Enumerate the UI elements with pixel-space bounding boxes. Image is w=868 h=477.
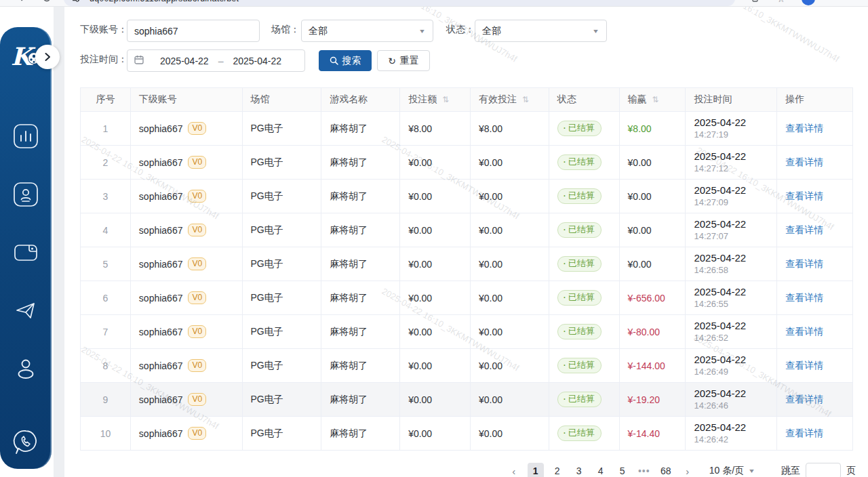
page-size-select[interactable]: 10 条/页 ▼	[709, 465, 755, 477]
cell-bet-amount: ¥0.00	[400, 213, 471, 247]
header-game: 游戏名称	[321, 88, 400, 111]
cell-status: ·已结算	[549, 281, 620, 314]
cell-account: sophia667 V0	[131, 146, 243, 179]
cell-bet-time: 2025-04-2214:26:52	[686, 315, 777, 348]
account-input[interactable]: sophia667	[127, 20, 260, 42]
status-badge: ·已结算	[557, 324, 601, 339]
status-dot-icon: ·	[563, 226, 566, 233]
view-details-link[interactable]: 查看详情	[785, 123, 823, 135]
view-details-link[interactable]: 查看详情	[785, 190, 823, 203]
cell-account: sophia667 V0	[131, 112, 243, 145]
jump-page-input[interactable]	[806, 463, 841, 477]
cell-bet-time: 2025-04-2214:26:58	[686, 247, 777, 281]
cell-actions: 查看详情	[777, 349, 852, 382]
venue-label: 场馆：	[271, 24, 300, 36]
id-card-icon	[13, 182, 39, 207]
cell-actions: 查看详情	[777, 213, 852, 247]
reset-button[interactable]: ↻ 重置	[377, 50, 430, 71]
status-label: 状态：	[446, 24, 475, 36]
sidebar-item-wallet[interactable]	[0, 224, 52, 282]
sidebar-item-reports[interactable]	[0, 107, 52, 165]
cell-actions: 查看详情	[777, 383, 852, 416]
url-text: dq002p.com:5115/app/subordinate/bet	[90, 0, 239, 3]
cell-valid-bet: ¥0.00	[471, 417, 549, 450]
sidebar-collapse-button[interactable]	[35, 45, 60, 69]
cell-game: 麻将胡了	[321, 146, 400, 179]
profile-avatar[interactable]	[802, 0, 815, 5]
sidebar-item-messages[interactable]	[0, 282, 52, 340]
cell-bet-amount: ¥0.00	[400, 281, 471, 314]
vip-level-badge: V0	[188, 427, 206, 440]
status-badge: ·已结算	[557, 121, 601, 136]
page-button-4[interactable]: 4	[593, 463, 609, 477]
sidebar-nav: K	[0, 27, 52, 469]
forward-arrow-icon[interactable]	[16, 0, 26, 5]
cell-bet-amount: ¥0.00	[400, 417, 471, 450]
page-button-5[interactable]: 5	[614, 463, 631, 477]
browser-toolbar: dq002p.com:5115/app/subordinate/bet ☆	[0, 0, 868, 7]
search-button[interactable]: 搜索	[319, 50, 372, 71]
vip-level-badge: V0	[188, 291, 206, 304]
cell-game: 麻将胡了	[321, 315, 400, 348]
sort-icon[interactable]: ⇅	[442, 95, 449, 104]
site-settings-icon[interactable]	[72, 0, 80, 3]
cell-venue: PG电子	[243, 180, 322, 213]
vip-level-badge: V0	[188, 224, 206, 236]
cell-game: 麻将胡了	[321, 112, 400, 145]
table-header-row: 序号 下级账号 场馆 游戏名称 投注额⇅ 有效投注⇅ 状态 输赢⇅ 投注时间 操…	[81, 88, 852, 112]
status-badge: ·已结算	[557, 188, 601, 204]
page-button-last[interactable]: 68	[658, 463, 674, 477]
header-valid-bet[interactable]: 有效投注⇅	[471, 88, 549, 111]
cell-venue: PG电子	[243, 417, 322, 450]
cell-valid-bet: ¥0.00	[471, 349, 549, 382]
date-range-picker[interactable]: 2025-04-22 – 2025-04-22	[127, 49, 305, 72]
send-plane-icon	[13, 298, 39, 324]
vip-level-badge: V0	[188, 359, 206, 372]
status-badge: ·已结算	[557, 426, 601, 441]
prev-page-button[interactable]: ‹	[506, 463, 522, 477]
sidebar-item-support[interactable]	[0, 413, 52, 472]
bookmark-star-icon[interactable]: ☆	[777, 0, 785, 4]
view-details-link[interactable]: 查看详情	[785, 258, 823, 270]
header-account: 下级账号	[131, 88, 243, 111]
share-icon[interactable]	[751, 0, 761, 5]
cell-winloss: ¥-656.00	[620, 281, 686, 314]
venue-select[interactable]: 全部 ▼	[301, 20, 433, 42]
page-button-3[interactable]: 3	[571, 463, 587, 477]
sort-icon[interactable]: ⇅	[652, 95, 659, 104]
url-bar[interactable]: dq002p.com:5115/app/subordinate/bet	[64, 0, 735, 6]
view-details-link[interactable]: 查看详情	[785, 394, 823, 406]
pages-ellipsis[interactable]: •••	[636, 463, 652, 477]
status-dot-icon: ·	[563, 125, 566, 131]
sidebar-item-profile[interactable]	[0, 340, 52, 398]
status-badge: ·已结算	[557, 392, 601, 407]
view-details-link[interactable]: 查看详情	[785, 360, 823, 372]
cell-seq: 3	[81, 180, 131, 213]
cell-valid-bet: ¥0.00	[471, 213, 549, 247]
table-row: 3 sophia667 V0 PG电子 麻将胡了 ¥0.00 ¥0.00 ·已结…	[81, 180, 852, 213]
view-details-link[interactable]: 查看详情	[785, 428, 823, 440]
status-dot-icon: ·	[563, 396, 566, 402]
sort-icon[interactable]: ⇅	[522, 95, 529, 104]
cell-account: sophia667 V0	[131, 247, 243, 281]
cell-winloss: ¥8.00	[620, 112, 686, 145]
page-button-2[interactable]: 2	[549, 463, 566, 477]
search-icon	[330, 56, 338, 65]
cell-bet-time: 2025-04-2214:26:49	[686, 349, 777, 382]
view-details-link[interactable]: 查看详情	[785, 292, 823, 304]
cell-status: ·已结算	[549, 247, 620, 281]
table-row: 7 sophia667 V0 PG电子 麻将胡了 ¥0.00 ¥0.00 ·已结…	[81, 315, 852, 349]
view-details-link[interactable]: 查看详情	[785, 224, 823, 236]
status-select[interactable]: 全部 ▼	[475, 20, 607, 42]
table-row: 2 sophia667 V0 PG电子 麻将胡了 ¥0.00 ¥0.00 ·已结…	[81, 146, 852, 180]
cell-actions: 查看详情	[777, 146, 852, 179]
view-details-link[interactable]: 查看详情	[785, 157, 823, 169]
header-bet-amount[interactable]: 投注额⇅	[400, 88, 471, 111]
reload-icon[interactable]	[42, 0, 52, 5]
view-details-link[interactable]: 查看详情	[785, 326, 823, 338]
sidebar-item-members[interactable]	[0, 165, 52, 224]
header-winloss[interactable]: 输赢⇅	[620, 88, 686, 111]
page-button-1[interactable]: 1	[528, 463, 544, 477]
cell-status: ·已结算	[549, 112, 620, 145]
next-page-button[interactable]: ›	[679, 463, 696, 477]
